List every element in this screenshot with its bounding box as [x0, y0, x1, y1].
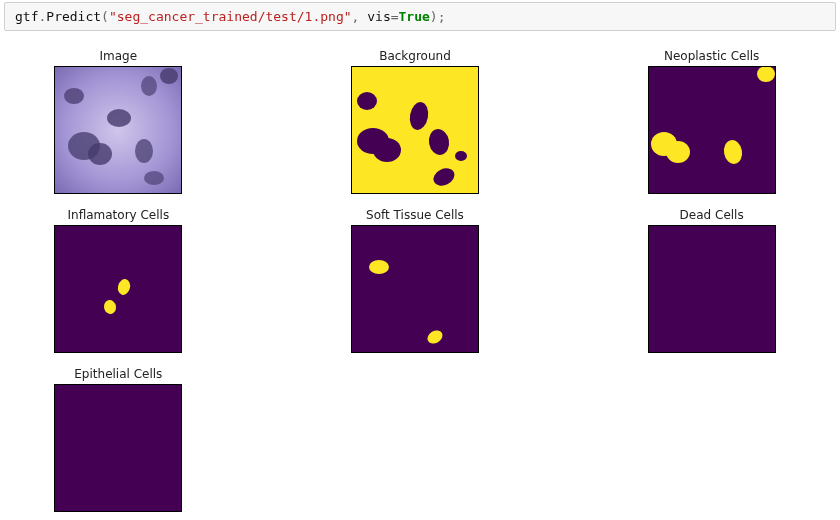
code-token-bool: True — [399, 9, 430, 24]
svg-point-21 — [666, 141, 690, 163]
mask-dead — [648, 225, 776, 353]
mask-inflammatory — [54, 225, 182, 353]
panel-image: Image — [54, 49, 182, 194]
svg-point-13 — [373, 138, 401, 162]
svg-point-17 — [455, 151, 467, 161]
code-token-method: Predict — [46, 9, 101, 24]
svg-point-19 — [757, 66, 775, 82]
panel-canvas — [54, 225, 182, 353]
code-input-cell[interactable]: gtf.Predict("seg_cancer_trained/test/1.p… — [4, 2, 836, 31]
svg-rect-9 — [54, 66, 182, 194]
panel-epithelial-cells: Epithelial Cells — [54, 367, 182, 512]
panel-title: Neoplastic Cells — [664, 49, 759, 63]
mask-soft-tissue — [351, 225, 479, 353]
panel-title: Image — [100, 49, 138, 63]
panel-title: Inflamatory Cells — [67, 208, 169, 222]
svg-point-11 — [357, 92, 377, 110]
code-token-kwarg: vis — [367, 9, 390, 24]
panel-canvas — [648, 66, 776, 194]
panel-dead-cells: Dead Cells — [648, 208, 776, 353]
panel-canvas — [351, 66, 479, 194]
panel-soft-tissue-cells: Soft Tissue Cells — [351, 208, 479, 353]
svg-rect-18 — [648, 66, 776, 194]
output-area: Image — [0, 39, 840, 520]
svg-point-27 — [369, 260, 389, 274]
panel-canvas — [351, 225, 479, 353]
code-token-eq: = — [391, 9, 399, 24]
panel-neoplastic-cells: Neoplastic Cells — [648, 49, 776, 194]
svg-rect-29 — [648, 225, 776, 353]
code-token-close: ); — [430, 9, 446, 24]
mask-neoplastic — [648, 66, 776, 194]
svg-rect-26 — [351, 225, 479, 353]
panel-grid: Image — [10, 49, 820, 512]
svg-rect-30 — [54, 384, 182, 512]
panel-title: Dead Cells — [680, 208, 744, 222]
panel-canvas — [54, 384, 182, 512]
code-token-object: gtf — [15, 9, 38, 24]
panel-title: Epithelial Cells — [74, 367, 162, 381]
panel-canvas — [648, 225, 776, 353]
mask-background — [351, 66, 479, 194]
panel-title: Soft Tissue Cells — [366, 208, 464, 222]
code-token-string: "seg_cancer_trained/test/1.png" — [109, 9, 352, 24]
panel-title: Background — [379, 49, 451, 63]
panel-canvas — [54, 66, 182, 194]
histology-image — [54, 66, 182, 194]
panel-background: Background — [351, 49, 479, 194]
panel-inflammatory-cells: Inflamatory Cells — [54, 208, 182, 353]
mask-epithelial — [54, 384, 182, 512]
